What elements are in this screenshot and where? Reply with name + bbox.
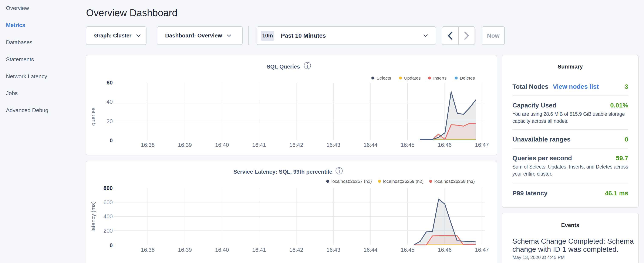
svg-text:20: 20 <box>106 118 113 124</box>
svg-text:16:41: 16:41 <box>252 247 266 253</box>
svg-text:16:40: 16:40 <box>215 247 229 253</box>
svg-text:16:39: 16:39 <box>178 142 192 148</box>
svg-text:Selects: Selects <box>376 76 391 80</box>
svg-text:400: 400 <box>104 213 113 220</box>
svg-text:16:47: 16:47 <box>475 247 489 253</box>
svg-text:16:41: 16:41 <box>252 142 266 148</box>
svg-text:16:46: 16:46 <box>438 247 452 253</box>
svg-text:600: 600 <box>104 199 113 205</box>
svg-text:16:45: 16:45 <box>401 247 414 253</box>
svg-text:16:47: 16:47 <box>475 142 489 148</box>
svg-text:200: 200 <box>104 227 113 234</box>
svg-text:localhost:26258 (n3): localhost:26258 (n3) <box>434 179 475 184</box>
svg-text:16:40: 16:40 <box>215 142 229 148</box>
svg-text:0: 0 <box>110 137 113 144</box>
svg-text:localhost:26257 (n1): localhost:26257 (n1) <box>332 179 372 184</box>
svg-text:Updates: Updates <box>404 76 420 80</box>
svg-text:16:42: 16:42 <box>289 247 303 253</box>
svg-text:16:38: 16:38 <box>141 142 154 148</box>
svg-text:800: 800 <box>104 185 113 191</box>
svg-text:Service Latency: SQL, 99th per: Service Latency: SQL, 99th percentile <box>234 168 332 175</box>
svg-text:16:44: 16:44 <box>364 142 378 148</box>
svg-text:queries: queries <box>90 107 96 126</box>
svg-text:16:43: 16:43 <box>326 247 340 253</box>
svg-text:Deletes: Deletes <box>460 76 475 80</box>
svg-text:16:39: 16:39 <box>178 247 192 253</box>
svg-text:16:46: 16:46 <box>438 142 452 148</box>
svg-text:16:42: 16:42 <box>289 142 303 148</box>
svg-text:localhost:26259 (n2): localhost:26259 (n2) <box>383 179 424 184</box>
svg-text:16:43: 16:43 <box>326 142 340 148</box>
svg-text:SQL Queries: SQL Queries <box>266 63 300 70</box>
svg-text:16:45: 16:45 <box>401 142 414 148</box>
svg-text:16:38: 16:38 <box>141 247 154 253</box>
svg-text:latency (ms): latency (ms) <box>90 201 96 231</box>
svg-text:60: 60 <box>106 79 113 86</box>
svg-text:40: 40 <box>106 99 113 105</box>
svg-text:0: 0 <box>110 242 113 248</box>
svg-text:Inserts: Inserts <box>433 76 446 80</box>
svg-text:16:44: 16:44 <box>364 247 378 253</box>
